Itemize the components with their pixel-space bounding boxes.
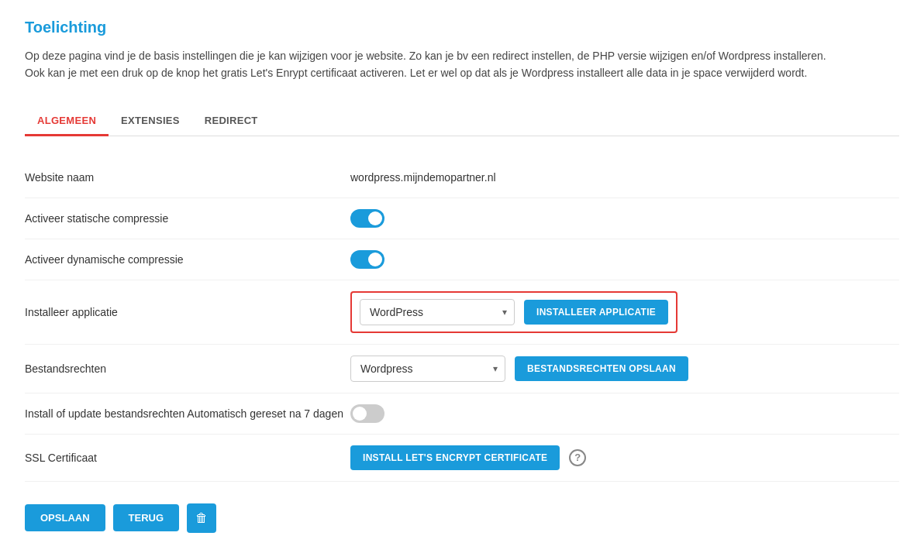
ssl-control: INSTALL LET'S ENCRYPT CERTIFICATE ? — [350, 445, 899, 470]
statische-compressie-label: Activeer statische compressie — [25, 212, 350, 225]
tab-algemeen[interactable]: ALGEMEEN — [25, 107, 109, 136]
bestandsrechten-row: Bestandsrechten Wordpress Joomla Drupal … — [25, 345, 899, 393]
ssl-label: SSL Certificaat — [25, 452, 350, 464]
bestandsrechten-opslaan-button[interactable]: BESTANDSRECHTEN OPSLAAN — [515, 356, 688, 381]
statische-compressie-control — [350, 209, 899, 228]
tab-extensies[interactable]: EXTENSIES — [109, 107, 192, 136]
install-lets-encrypt-button[interactable]: INSTALL LET'S ENCRYPT CERTIFICATE — [350, 445, 560, 470]
trash-icon: 🗑 — [195, 511, 208, 525]
ssl-help-icon[interactable]: ? — [569, 449, 586, 466]
bestandsrechten-auto-row: Install of update bestandsrechten Automa… — [25, 393, 899, 435]
back-button[interactable]: TERUG — [113, 504, 180, 531]
installeer-applicatie-button[interactable]: INSTALLEER APPLICATIE — [524, 300, 668, 325]
delete-button[interactable]: 🗑 — [187, 503, 216, 533]
website-naam-row: Website naam wordpress.mijndemopartner.n… — [25, 158, 899, 198]
website-naam-value: wordpress.mijndemopartner.nl — [350, 171, 496, 184]
ssl-row: SSL Certificaat INSTALL LET'S ENCRYPT CE… — [25, 435, 899, 482]
bestandsrechten-select-wrapper: Wordpress Joomla Drupal ▾ — [350, 356, 505, 382]
bestandsrechten-label: Bestandsrechten — [25, 362, 350, 375]
installeer-applicatie-label: Installeer applicatie — [25, 306, 350, 318]
statische-compressie-toggle[interactable] — [350, 209, 384, 228]
dynamische-compressie-control — [350, 250, 899, 269]
installeer-applicatie-row: Installeer applicatie WordPress Joomla D… — [25, 280, 899, 345]
bestandsrechten-auto-label: Install of update bestandsrechten Automa… — [25, 407, 350, 420]
dynamische-compressie-toggle[interactable] — [350, 250, 384, 269]
installeer-applicatie-highlight: WordPress Joomla Drupal ▾ INSTALLEER APP… — [350, 291, 677, 333]
tab-bar: ALGEMEEN EXTENSIES REDIRECT — [25, 107, 899, 136]
website-naam-control: wordpress.mijndemopartner.nl — [350, 171, 899, 184]
installeer-applicatie-select-wrapper: WordPress Joomla Drupal ▾ — [360, 299, 515, 325]
bestandsrechten-auto-control — [350, 404, 899, 423]
page-title: Toelichting — [25, 19, 899, 36]
bestandsrechten-auto-toggle[interactable] — [350, 404, 384, 423]
statische-compressie-row: Activeer statische compressie — [25, 198, 899, 239]
tab-redirect[interactable]: REDIRECT — [192, 107, 271, 136]
website-naam-label: Website naam — [25, 171, 350, 184]
dynamische-compressie-row: Activeer dynamische compressie — [25, 239, 899, 280]
dynamische-compressie-label: Activeer dynamische compressie — [25, 253, 350, 266]
save-button[interactable]: OPSLAAN — [25, 504, 105, 531]
installeer-applicatie-select[interactable]: WordPress Joomla Drupal — [360, 299, 515, 325]
page-description: Op deze pagina vind je de basis instelli… — [25, 47, 839, 82]
bestandsrechten-control: Wordpress Joomla Drupal ▾ BESTANDSRECHTE… — [350, 356, 899, 382]
bestandsrechten-select[interactable]: Wordpress Joomla Drupal — [350, 356, 505, 382]
action-buttons: OPSLAAN TERUG 🗑 — [25, 503, 899, 533]
installeer-applicatie-control: WordPress Joomla Drupal ▾ INSTALLEER APP… — [350, 291, 899, 333]
form-section: Website naam wordpress.mijndemopartner.n… — [25, 158, 899, 482]
